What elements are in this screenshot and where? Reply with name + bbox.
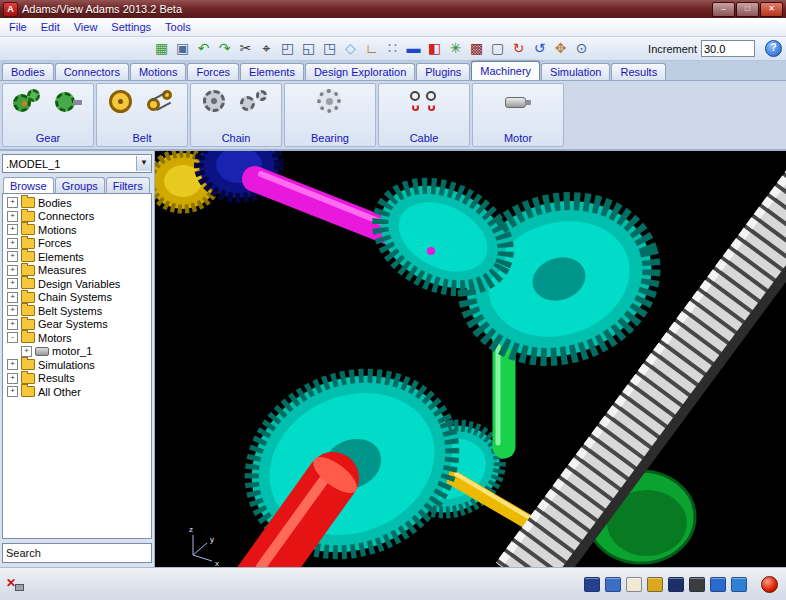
- tree-item-elements[interactable]: +Elements: [5, 250, 151, 264]
- increment-input[interactable]: [701, 40, 755, 57]
- help-button[interactable]: ?: [765, 40, 782, 57]
- bearing-icon[interactable]: [314, 87, 346, 117]
- sidebar-tab-browse[interactable]: Browse: [3, 177, 54, 193]
- tree-item-forces[interactable]: +Forces: [5, 237, 151, 251]
- expander-icon[interactable]: +: [7, 224, 18, 235]
- expander-icon[interactable]: +: [7, 292, 18, 303]
- maximize-button[interactable]: □: [736, 2, 759, 17]
- position-icon[interactable]: ⌖: [257, 39, 276, 58]
- tab-elements[interactable]: Elements: [240, 63, 304, 80]
- orbit-view-icon[interactable]: ↺: [530, 39, 549, 58]
- sprocket-icon[interactable]: [200, 87, 232, 117]
- view-iso-icon[interactable]: ◇: [341, 39, 360, 58]
- redo-icon[interactable]: ↷: [215, 39, 234, 58]
- gear-shaft-icon[interactable]: [52, 87, 84, 117]
- pulley-icon[interactable]: [106, 87, 138, 117]
- tree-item-chain-systems[interactable]: +Chain Systems: [5, 291, 151, 305]
- tab-results[interactable]: Results: [611, 63, 666, 80]
- menu-edit[interactable]: Edit: [34, 20, 67, 34]
- tab-connectors[interactable]: Connectors: [55, 63, 129, 80]
- tab-forces[interactable]: Forces: [187, 63, 239, 80]
- tree-item-motor-1[interactable]: +motor_1: [5, 345, 151, 359]
- axes-icon[interactable]: ∟: [362, 39, 381, 58]
- console-window-icon[interactable]: [584, 577, 600, 592]
- viewport-scene[interactable]: .MODEL_1: [155, 151, 786, 567]
- tree-item-all-other[interactable]: +All Other: [5, 385, 151, 399]
- pan-view-icon[interactable]: ✥: [551, 39, 570, 58]
- tree-label: Forces: [38, 237, 72, 249]
- selection-box-icon[interactable]: ▢: [488, 39, 507, 58]
- tree-item-connectors[interactable]: +Connectors: [5, 210, 151, 224]
- layers-icon[interactable]: [689, 577, 705, 592]
- cable-pulley-icon[interactable]: [408, 87, 440, 117]
- close-button[interactable]: ✕: [760, 2, 783, 17]
- plot-window-icon[interactable]: [605, 577, 621, 592]
- snap-points-icon[interactable]: ∷: [383, 39, 402, 58]
- expander-icon[interactable]: +: [7, 278, 18, 289]
- expander-icon[interactable]: +: [21, 346, 32, 357]
- tab-machinery[interactable]: Machinery: [471, 61, 540, 80]
- info-icon[interactable]: [731, 577, 747, 592]
- sidebar-tab-groups[interactable]: Groups: [55, 177, 105, 193]
- expander-icon[interactable]: +: [7, 305, 18, 316]
- book-icon[interactable]: [668, 577, 684, 592]
- tree-item-bodies[interactable]: +Bodies: [5, 196, 151, 210]
- viewport-3d[interactable]: .MODEL_1: [155, 151, 786, 567]
- expander-icon[interactable]: +: [7, 265, 18, 276]
- message-window-icon[interactable]: ✕: [6, 576, 24, 592]
- tree-item-belt-systems[interactable]: +Belt Systems: [5, 304, 151, 318]
- tab-plugins[interactable]: Plugins: [416, 63, 470, 80]
- tree-item-motors[interactable]: -Motors: [5, 331, 151, 345]
- tree-item-motions[interactable]: +Motions: [5, 223, 151, 237]
- sidebar-tab-filters[interactable]: Filters: [106, 177, 150, 193]
- cut-icon[interactable]: ✂: [236, 39, 255, 58]
- minimize-button[interactable]: –: [712, 2, 735, 17]
- undo-icon[interactable]: ↶: [194, 39, 213, 58]
- menu-view[interactable]: View: [67, 20, 105, 34]
- tab-bodies[interactable]: Bodies: [2, 63, 54, 80]
- view-right-icon[interactable]: ◳: [320, 39, 339, 58]
- tab-motions[interactable]: Motions: [130, 63, 187, 80]
- table-icon[interactable]: [647, 577, 663, 592]
- expander-icon[interactable]: +: [7, 373, 18, 384]
- expander-icon[interactable]: -: [7, 332, 18, 343]
- machinery-gears-icon[interactable]: ✳: [446, 39, 465, 58]
- menu-tools[interactable]: Tools: [158, 20, 198, 34]
- menu-settings[interactable]: Settings: [104, 20, 158, 34]
- expander-icon[interactable]: +: [7, 211, 18, 222]
- reload-icon[interactable]: [710, 577, 726, 592]
- tree-item-gear-systems[interactable]: +Gear Systems: [5, 318, 151, 332]
- zoom-view-icon[interactable]: ⊙: [572, 39, 591, 58]
- expander-icon[interactable]: +: [7, 238, 18, 249]
- checker-view-icon[interactable]: ▩: [467, 39, 486, 58]
- save-icon[interactable]: ▣: [173, 39, 192, 58]
- expander-icon[interactable]: +: [7, 359, 18, 370]
- render-toggle-icon[interactable]: ◧: [425, 39, 444, 58]
- tree-item-simulations[interactable]: +Simulations: [5, 358, 151, 372]
- expander-icon[interactable]: +: [7, 386, 18, 397]
- belt-drive-icon[interactable]: [146, 87, 178, 117]
- rotate-view-icon[interactable]: ↻: [509, 39, 528, 58]
- notepad-icon[interactable]: [626, 577, 642, 592]
- chain-drive-icon[interactable]: [240, 87, 272, 117]
- gear-pair-icon[interactable]: [12, 87, 44, 117]
- search-input[interactable]: [2, 543, 152, 563]
- dropdown-arrow-icon[interactable]: ▼: [136, 156, 151, 171]
- view-top-icon[interactable]: ◱: [299, 39, 318, 58]
- menu-file[interactable]: File: [2, 20, 34, 34]
- model-selector[interactable]: .MODEL_1 ▼: [2, 154, 152, 173]
- tree-item-measures[interactable]: +Measures: [5, 264, 151, 278]
- motor-icon[interactable]: [502, 87, 534, 117]
- expander-icon[interactable]: +: [7, 251, 18, 262]
- view-front-icon[interactable]: ◰: [278, 39, 297, 58]
- open-model-icon[interactable]: ▦: [152, 39, 171, 58]
- color-swatch-icon[interactable]: ▬: [404, 39, 423, 58]
- expander-icon[interactable]: +: [7, 319, 18, 330]
- triad-x-label: x: [215, 559, 219, 567]
- tree-item-design-variables[interactable]: +Design Variables: [5, 277, 151, 291]
- stop-button[interactable]: [761, 576, 778, 593]
- expander-icon[interactable]: +: [7, 197, 18, 208]
- tab-simulation[interactable]: Simulation: [541, 63, 610, 80]
- tree-item-results[interactable]: +Results: [5, 372, 151, 386]
- tab-design-exploration[interactable]: Design Exploration: [305, 63, 415, 80]
